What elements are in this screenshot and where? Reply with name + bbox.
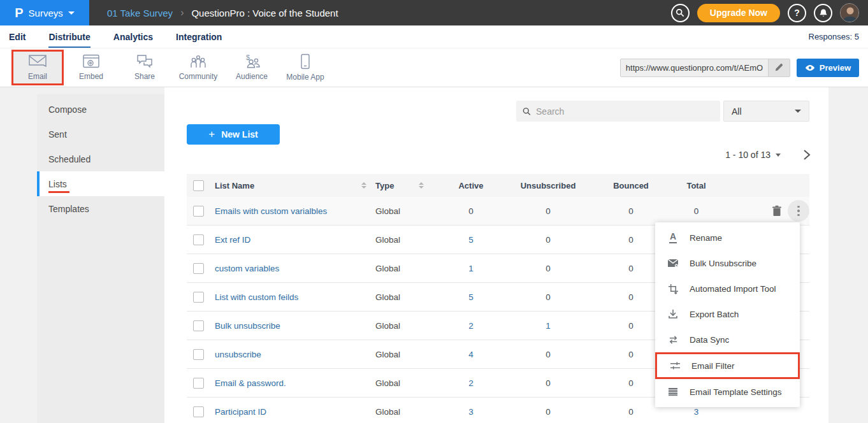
unsubscribed-count[interactable]: 0: [500, 407, 596, 417]
responses-count[interactable]: Responses: 5: [809, 32, 860, 41]
active-count[interactable]: 5: [442, 235, 500, 245]
person-icon: [841, 4, 859, 22]
preview-button[interactable]: Preview: [797, 59, 859, 77]
sidebar-item-lists[interactable]: Lists: [37, 171, 164, 196]
pagination-range[interactable]: 1 - 10 of 13: [725, 150, 781, 160]
sidebar-item-sent[interactable]: Sent: [37, 122, 164, 147]
row-checkbox[interactable]: [193, 349, 204, 360]
row-checkbox[interactable]: [193, 320, 204, 331]
list-name-link[interactable]: custom variables: [215, 264, 279, 273]
active-count[interactable]: 1: [442, 264, 500, 273]
breadcrumb-survey-link[interactable]: 01 Take Survey: [107, 8, 173, 18]
chevron-down-icon: [68, 11, 75, 15]
row-menu-button[interactable]: [788, 200, 809, 222]
channel-audience[interactable]: $ Audience: [226, 50, 278, 85]
menu-item-rename[interactable]: A Rename: [655, 225, 800, 250]
search-icon: [523, 107, 531, 116]
tab-analytics[interactable]: Analytics: [113, 26, 153, 48]
channel-email[interactable]: Email: [11, 50, 64, 85]
question-mark-icon: ?: [794, 8, 800, 18]
pagination-label: 1 - 10 of 13: [725, 150, 770, 160]
sort-list-name[interactable]: [361, 182, 366, 189]
col-bounced: Bounced: [596, 181, 666, 190]
unsubscribed-count[interactable]: 0: [500, 378, 596, 388]
user-avatar[interactable]: [840, 3, 859, 22]
row-checkbox[interactable]: [193, 378, 204, 389]
active-count[interactable]: 5: [442, 292, 500, 302]
tab-edit[interactable]: Edit: [9, 26, 25, 48]
next-page-button[interactable]: [799, 147, 814, 162]
unsubscribed-count[interactable]: 0: [500, 350, 596, 359]
survey-url-input[interactable]: [621, 59, 768, 76]
active-count[interactable]: 4: [442, 350, 500, 359]
row-checkbox[interactable]: [193, 206, 204, 217]
row-checkbox[interactable]: [193, 406, 204, 417]
product-switcher[interactable]: P Surveys: [0, 0, 89, 25]
row-context-menu: A Rename Bulk Unsubscribe Automated Impo…: [655, 222, 800, 407]
list-name-link[interactable]: Emails with custom varialbles: [215, 206, 327, 216]
unsubscribed-count[interactable]: 0: [500, 292, 596, 302]
col-active: Active: [442, 181, 500, 190]
list-name-link[interactable]: List with custom feilds: [215, 292, 298, 302]
menu-item-email-template-settings[interactable]: Email Template Settings: [655, 379, 800, 405]
unsubscribed-count[interactable]: 1: [500, 321, 596, 331]
delete-list-button[interactable]: [769, 203, 785, 219]
channel-embed[interactable]: Embed: [65, 50, 117, 85]
unsubscribed-count[interactable]: 0: [500, 264, 596, 273]
bell-icon: [819, 8, 828, 18]
channel-mobile-app[interactable]: Mobile App: [279, 50, 331, 85]
sidebar-item-templates[interactable]: Templates: [37, 196, 164, 221]
active-count[interactable]: 2: [442, 378, 500, 388]
col-type: Type: [375, 181, 394, 190]
bounced-count[interactable]: 0: [596, 206, 666, 216]
download-icon: [667, 309, 679, 319]
tab-distribute[interactable]: Distribute: [48, 26, 90, 48]
search-button[interactable]: [671, 4, 690, 22]
filter-selected-value: All: [732, 106, 742, 117]
total-count[interactable]: 0: [666, 206, 727, 216]
edit-url-button[interactable]: [768, 59, 790, 76]
upgrade-now-button[interactable]: Upgrade Now: [697, 4, 780, 22]
active-count[interactable]: 0: [442, 206, 500, 216]
active-count[interactable]: 3: [442, 407, 500, 417]
help-button[interactable]: ?: [788, 4, 806, 22]
sort-type[interactable]: [419, 182, 424, 189]
list-name-link[interactable]: Participant ID: [215, 407, 266, 417]
new-list-button[interactable]: + New List: [187, 124, 280, 145]
community-people-icon: [189, 54, 208, 69]
list-name-link[interactable]: unsubscribe: [215, 350, 261, 359]
select-all-checkbox[interactable]: [193, 180, 204, 191]
eye-icon: [805, 64, 815, 71]
list-name-link[interactable]: Bulk unsubscribe: [215, 321, 280, 331]
row-checkbox[interactable]: [193, 234, 204, 245]
row-checkbox[interactable]: [193, 263, 204, 274]
active-count[interactable]: 2: [442, 321, 500, 331]
brand-label: Surveys: [29, 8, 63, 18]
channel-share[interactable]: Share: [119, 50, 171, 85]
channel-list: Email Embed Share Community $ Audience M…: [0, 50, 333, 85]
row-checkbox[interactable]: [193, 292, 204, 303]
notifications-button[interactable]: [814, 4, 832, 22]
unsubscribed-count[interactable]: 0: [500, 206, 596, 216]
total-count[interactable]: 3: [666, 407, 727, 417]
unsubscribed-count[interactable]: 0: [500, 235, 596, 245]
chevron-right-icon: [803, 149, 811, 161]
sidebar-item-scheduled[interactable]: Scheduled: [37, 147, 164, 171]
list-name-link[interactable]: Email & password.: [215, 378, 286, 388]
bounced-count[interactable]: 0: [596, 407, 666, 417]
menu-item-email-filter[interactable]: Email Filter: [655, 352, 800, 379]
menu-item-automated-import-tool[interactable]: Automated Import Tool: [655, 276, 800, 301]
email-sidebar: Compose Sent Scheduled Lists Templates: [37, 94, 164, 423]
sidebar-item-compose[interactable]: Compose: [37, 97, 164, 122]
channel-community[interactable]: Community: [172, 50, 224, 85]
search-input[interactable]: [536, 106, 714, 117]
tab-integration[interactable]: Integration: [176, 26, 222, 48]
menu-item-export-batch[interactable]: Export Batch: [655, 301, 800, 327]
menu-item-data-sync[interactable]: Data Sync: [655, 327, 800, 352]
table-header-row: List Name Type Active Unsubscribed Bounc…: [187, 174, 809, 197]
menu-item-bulk-unsubscribe[interactable]: Bulk Unsubscribe: [655, 250, 800, 276]
list-name-link[interactable]: Ext ref ID: [215, 235, 250, 245]
import-crop-icon: [667, 283, 679, 294]
list-filter-dropdown[interactable]: All: [723, 101, 809, 122]
col-list-name: List Name: [215, 181, 254, 190]
